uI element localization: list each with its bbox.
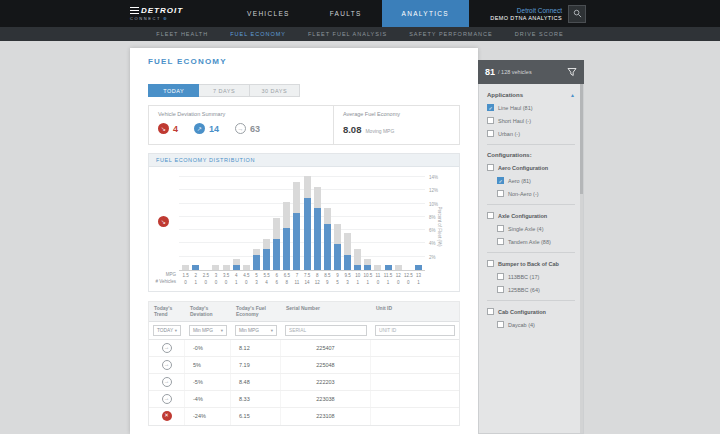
unchecked-checkbox-icon[interactable] <box>487 212 494 219</box>
vehicle-count-label: 5 <box>333 280 342 285</box>
fleet-bar <box>374 265 381 270</box>
y-axis-tick: 12% <box>429 188 438 193</box>
unit-filter-input[interactable] <box>375 325 455 336</box>
checked-checkbox-icon[interactable]: ✓ <box>487 104 494 111</box>
filter-checkbox-item[interactable]: Daycab (4) <box>497 321 575 328</box>
table-row[interactable]: →-0%8.12225407 <box>149 340 459 357</box>
table-row[interactable]: →-5%8.48222203 <box>149 374 459 391</box>
chart-bar-slot[interactable] <box>252 177 261 270</box>
chart-bar-slot[interactable] <box>323 177 332 270</box>
chart-bar-slot[interactable] <box>201 177 210 270</box>
chart-bar-slot[interactable] <box>181 177 190 270</box>
filter-checkbox-item[interactable]: 125BBC (64) <box>497 286 575 293</box>
unchecked-checkbox-icon[interactable] <box>487 308 494 315</box>
filter-checkbox-item[interactable]: Single Axle (4) <box>497 225 575 232</box>
config-group-items: 113BBC (17)125BBC (64) <box>497 273 575 293</box>
chart-bar-slot[interactable] <box>353 177 362 270</box>
chart-bar-slot[interactable] <box>242 177 251 270</box>
table-row[interactable]: ✕-24%6.15223108 <box>149 408 459 425</box>
economy-filter-select[interactable]: Min MPG ▾ <box>235 325 277 336</box>
sidebar-scrollbar[interactable] <box>580 84 583 433</box>
chart-bar-slot[interactable] <box>384 177 393 270</box>
chart-bar-slot[interactable] <box>363 177 372 270</box>
topnav: VEHICLESFAULTSANALYTICS <box>227 0 469 27</box>
scrollbar-thumb[interactable] <box>580 84 583 194</box>
y-axis-tick: 14% <box>429 175 438 180</box>
chart-bar-slot[interactable] <box>282 177 291 270</box>
topnav-item-vehicles[interactable]: VEHICLES <box>227 0 310 27</box>
tab-7-days[interactable]: 7 DAYS <box>199 84 249 97</box>
subnav-item-fleet-fuel-analysis[interactable]: FLEET FUEL ANALYSIS <box>308 31 387 37</box>
unchecked-checkbox-icon[interactable] <box>497 321 504 328</box>
deviation-filter-select[interactable]: Min MPG ▾ <box>189 325 227 336</box>
avg-fuel-economy-unit: Moving MPG <box>365 128 394 134</box>
filter-checkbox-item[interactable]: Short Haul (-) <box>487 117 575 124</box>
avg-fuel-economy-line: 8.08 Moving MPG <box>343 124 450 135</box>
unchecked-checkbox-icon[interactable] <box>487 117 494 124</box>
trend-up-icon: ↗ <box>194 123 205 134</box>
topnav-item-analytics[interactable]: ANALYTICS <box>382 0 469 27</box>
config-group-header[interactable]: Cab Configuration <box>487 308 575 315</box>
unchecked-checkbox-icon[interactable] <box>497 286 504 293</box>
fleet-bar <box>223 265 230 270</box>
account-info[interactable]: Detroit Connect DEMO DTNA ANALYTICS <box>490 0 562 27</box>
chart-bar-slot[interactable] <box>211 177 220 270</box>
chart-bar-slot[interactable] <box>414 177 423 270</box>
chart-bar-slot[interactable] <box>262 177 271 270</box>
chart-bar-slot[interactable] <box>222 177 231 270</box>
topbar-inner: DETROIT CONNECT ⊕ VEHICLESFAULTSANALYTIC… <box>130 0 586 27</box>
filter-checkbox-item[interactable]: Tandem Axle (88) <box>497 238 575 245</box>
trend-filter-select[interactable]: TODAY ▾ <box>153 325 181 336</box>
deviation-cell: -24% <box>185 408 231 425</box>
tab-today[interactable]: TODAY <box>148 84 199 97</box>
table-row[interactable]: →-4%8.33223038 <box>149 391 459 408</box>
applications-list: ✓Line Haul (81)Short Haul (-)Urban (-) <box>487 104 575 137</box>
trend-down-icon: ✕ <box>162 411 172 421</box>
topnav-item-faults[interactable]: FAULTS <box>310 0 382 27</box>
mpg-labels: 1.522.533.544.555.566.577.588.599.51010.… <box>179 273 425 278</box>
logo-secondary: CONNECT ⊕ <box>130 16 183 21</box>
unchecked-checkbox-icon[interactable] <box>487 260 494 267</box>
checked-checkbox-icon[interactable]: ✓ <box>497 177 504 184</box>
vehicle-count-label: 14 <box>303 280 312 285</box>
chart-bar-slot[interactable] <box>191 177 200 270</box>
chart-bar-slot[interactable] <box>272 177 281 270</box>
divider <box>487 300 575 301</box>
config-group-header[interactable]: Axle Configuration <box>487 212 575 219</box>
chart-bar-slot[interactable] <box>343 177 352 270</box>
unchecked-checkbox-icon[interactable] <box>497 238 504 245</box>
filter-funnel-icon[interactable] <box>567 67 577 77</box>
unchecked-checkbox-icon[interactable] <box>487 130 494 137</box>
chart-bar-slot[interactable] <box>292 177 301 270</box>
filter-checkbox-item[interactable]: Urban (-) <box>487 130 575 137</box>
chart-bar-slot[interactable] <box>394 177 403 270</box>
filter-checkbox-item[interactable]: Non-Aero (-) <box>497 190 575 197</box>
deviation-up-count: 14 <box>209 124 219 134</box>
collapse-icon[interactable]: ▲ <box>570 92 575 98</box>
subnav-item-fleet-health[interactable]: FLEET HEALTH <box>156 31 208 37</box>
subnav-item-fuel-economy[interactable]: FUEL ECONOMY <box>230 31 286 37</box>
chart-bar-slot[interactable] <box>303 177 312 270</box>
filter-checkbox-item[interactable]: ✓Line Haul (81) <box>487 104 575 111</box>
table-row[interactable]: →5%7.19225048 <box>149 357 459 374</box>
unchecked-checkbox-icon[interactable] <box>487 164 494 171</box>
tab-30-days[interactable]: 30 DAYS <box>250 84 300 97</box>
subnav-item-safety-performance[interactable]: SAFETY PERFORMANCE <box>409 31 493 37</box>
page-title: FUEL ECONOMY <box>148 57 460 66</box>
unchecked-checkbox-icon[interactable] <box>497 225 504 232</box>
serial-filter-input[interactable] <box>285 325 367 336</box>
filter-checkbox-item[interactable]: ✓Aero (81) <box>497 177 575 184</box>
detroit-connect-logo[interactable]: DETROIT CONNECT ⊕ <box>130 0 183 27</box>
chart-bar-slot[interactable] <box>232 177 241 270</box>
config-group-header[interactable]: Aero Configuration <box>487 164 575 171</box>
chart-bar-slot[interactable] <box>373 177 382 270</box>
chart-bar-slot[interactable] <box>313 177 322 270</box>
filter-checkbox-item[interactable]: 113BBC (17) <box>497 273 575 280</box>
chart-bar-slot[interactable] <box>333 177 342 270</box>
config-group-header[interactable]: Bumper to Back of Cab <box>487 260 575 267</box>
unchecked-checkbox-icon[interactable] <box>497 273 504 280</box>
search-button[interactable] <box>568 5 586 23</box>
unchecked-checkbox-icon[interactable] <box>497 190 504 197</box>
chart-bar-slot[interactable] <box>404 177 413 270</box>
subnav-item-drive-score[interactable]: DRIVE SCORE <box>515 31 564 37</box>
